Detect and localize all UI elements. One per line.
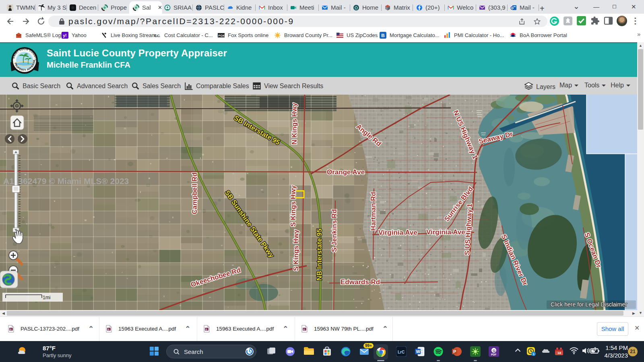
svg-text:G: G (10, 328, 12, 331)
svg-text:Hartman Rd: Hartman Rd (369, 192, 377, 231)
svg-text:Edwards Rd: Edwards Rd (341, 278, 380, 286)
svg-text:18: 18 (557, 351, 561, 355)
svg-text:Virginia Ave: Virginia Ave (426, 228, 465, 236)
svg-text:1mi: 1mi (43, 295, 50, 300)
svg-text:G: G (108, 328, 109, 331)
svg-text:FOX: FOX (219, 33, 225, 37)
svg-text:G: G (493, 349, 495, 353)
svg-text:S Jenkins Rd: S Jenkins Rd (330, 209, 338, 252)
svg-text:1: 1 (533, 352, 535, 356)
svg-text:NB Interstate 95: NB Interstate 95 (316, 229, 323, 281)
svg-text:S Kings Hwy: S Kings Hwy (292, 229, 300, 271)
svg-text:B: B (381, 33, 384, 38)
svg-text:A11362479 © Miami MLS® 2023: A11362479 © Miami MLS® 2023 (3, 176, 129, 186)
svg-text:LrC: LrC (398, 350, 405, 354)
svg-text:Click here for Legal Disclaime: Click here for Legal Disclaimer (551, 301, 627, 308)
svg-text:W: W (416, 349, 421, 354)
svg-text:CC: CC (154, 33, 160, 37)
svg-text:P: P (453, 349, 456, 354)
svg-text:N Kings Hwy: N Kings Hwy (291, 103, 298, 145)
svg-text:Virginia Ave: Virginia Ave (378, 229, 417, 236)
svg-text:Campbell Rd: Campbell Rd (191, 172, 198, 214)
svg-text:y!: y! (63, 33, 66, 37)
svg-text:S Kings Hwy: S Kings Hwy (289, 185, 297, 227)
svg-text:G: G (303, 328, 305, 331)
svg-text:PDF: PDF (491, 353, 496, 356)
svg-text:Orange Ave: Orange Ave (327, 168, 365, 176)
svg-text:G: G (206, 328, 207, 331)
